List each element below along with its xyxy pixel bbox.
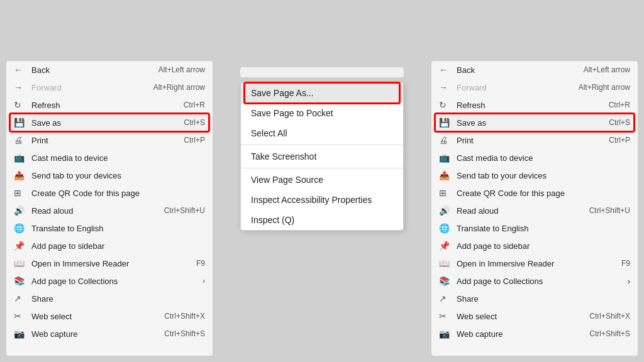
menu-icon: 📖	[439, 258, 452, 268]
chrome-menu-item[interactable]: ←BackAlt+Left arrow	[6, 61, 213, 79]
menu-shortcut: Ctrl+Shift+S	[589, 329, 630, 338]
menu-icon: 📺	[14, 153, 26, 163]
menu-label: Create QR Code for this page	[31, 189, 205, 198]
menu-label: Web select	[31, 312, 152, 321]
firefox-menu-item[interactable]: Take Screenshot	[241, 146, 403, 167]
edge-menu-item[interactable]: 📤Send tab to your devices	[431, 167, 638, 184]
menu-label: Send tab to your devices	[457, 171, 630, 180]
chrome-menu-item[interactable]: 📤Send tab to your devices	[6, 167, 213, 184]
chrome-menu-item[interactable]: 📷Web captureCtrl+Shift+S	[6, 325, 213, 343]
menu-icon: 🌐	[14, 223, 26, 233]
menu-label: Open in Immersive Reader	[457, 259, 609, 268]
edge-panel: ←BackAlt+Left arrow→ForwardAlt+Right arr…	[431, 61, 638, 356]
menu-label: Open in Immersive Reader	[31, 259, 184, 268]
firefox-menu-item[interactable]: Inspect (Q)	[241, 210, 403, 230]
edge-menu-item[interactable]: 📌Add page to sidebar	[431, 237, 638, 255]
firefox-menu-item[interactable]: View Page Source	[241, 170, 403, 190]
edge-menu-item[interactable]: 📺Cast media to device	[431, 149, 638, 167]
menu-label: Translate to English	[31, 224, 205, 233]
menu-icon: 📷	[14, 329, 26, 339]
edge-menu-item[interactable]: 📖Open in Immersive ReaderF9	[431, 255, 638, 272]
chrome-menu-item[interactable]: 📺Cast media to device	[6, 149, 213, 167]
menu-label: Forward	[457, 83, 566, 92]
menu-shortcut: Ctrl+R	[184, 101, 205, 109]
menu-icon: 🔊	[14, 206, 26, 216]
menu-icon: ⊞	[439, 188, 452, 198]
chrome-menu-item[interactable]: ⊞Create QR Code for this page	[6, 184, 213, 202]
menu-shortcut: Alt+Right arrow	[579, 83, 630, 92]
menu-icon: ↻	[14, 100, 26, 110]
edge-menu-item[interactable]: 💾Save asCtrl+S	[431, 114, 638, 131]
chrome-menu-item[interactable]: 📚Add page to Collections›	[6, 272, 213, 290]
menu-arrow-icon: ›	[628, 277, 630, 286]
menu-shortcut: Alt+Right arrow	[153, 83, 205, 92]
menu-icon: →	[14, 82, 26, 92]
chrome-menu-item[interactable]: 📖Open in Immersive ReaderF9	[6, 255, 213, 272]
menu-icon: 📖	[14, 258, 26, 268]
firefox-menu-item[interactable]: Save Page to Pocket	[241, 103, 403, 123]
menu-label: Forward	[31, 83, 141, 92]
menu-icon: ✂	[14, 311, 26, 321]
edge-menu-item[interactable]: 🖨PrintCtrl+P	[431, 131, 638, 149]
menu-label: Share	[31, 294, 205, 304]
menu-label: Web capture	[457, 329, 577, 339]
menu-icon: 📚	[14, 276, 26, 286]
firefox-panel: Save Page As...Save Page to PocketSelect…	[219, 61, 425, 356]
menu-label: Print	[31, 136, 171, 145]
chrome-menu-item[interactable]: 🖨PrintCtrl+P	[6, 131, 213, 149]
menu-label: Share	[457, 294, 630, 304]
chrome-menu-item[interactable]: 🔊Read aloudCtrl+Shift+U	[6, 202, 213, 219]
edge-menu-item[interactable]: 📷Web captureCtrl+Shift+S	[431, 325, 638, 343]
firefox-menu-item[interactable]: Inspect Accessibility Properties	[241, 190, 403, 210]
firefox-context-menu: Save Page As...Save Page to PocketSelect…	[240, 82, 404, 231]
menu-shortcut: Alt+Left arrow	[584, 65, 630, 74]
menu-label: Web capture	[31, 329, 152, 339]
header-row	[0, 0, 644, 61]
menu-shortcut: Ctrl+Shift+U	[164, 206, 205, 215]
menu-shortcut: Ctrl+Shift+S	[164, 329, 205, 338]
firefox-menu-item[interactable]: Select All	[241, 123, 403, 143]
menu-icon: 📚	[439, 276, 452, 286]
menu-label: Back	[31, 65, 146, 75]
edge-menu-item[interactable]: ↻RefreshCtrl+R	[431, 96, 638, 114]
edge-menu-item[interactable]: ⊞Create QR Code for this page	[431, 184, 638, 202]
edge-menu-item[interactable]: 🌐Translate to English	[431, 219, 638, 237]
menu-icon: ←	[14, 65, 26, 75]
chrome-menu-item[interactable]: 📌Add page to sidebar	[6, 237, 213, 255]
menu-icon: 📤	[14, 170, 26, 180]
edge-menu-item[interactable]: ↗Share	[431, 290, 638, 307]
firefox-menu-item[interactable]: Save Page As...	[241, 83, 403, 103]
menu-icon: 📌	[439, 241, 452, 251]
chrome-menu-item[interactable]: →ForwardAlt+Right arrow	[6, 79, 213, 96]
firefox-menu-divider	[241, 168, 403, 168]
chrome-menu-item[interactable]: 🌐Translate to English	[6, 219, 213, 237]
menu-icon: 🖨	[14, 135, 26, 145]
firefox-menu-divider	[241, 145, 403, 145]
menu-label: Back	[457, 65, 571, 75]
edge-menu-item[interactable]: →ForwardAlt+Right arrow	[431, 79, 638, 96]
menu-shortcut: Ctrl+R	[609, 101, 630, 109]
menu-icon: ↗	[14, 293, 26, 304]
menu-shortcut: Alt+Left arrow	[158, 65, 205, 74]
menu-shortcut: F9	[196, 259, 205, 268]
menu-label: Print	[457, 136, 596, 145]
edge-menu-item[interactable]: ←BackAlt+Left arrow	[431, 61, 638, 79]
edge-menu-item[interactable]: 📚Add page to Collections›	[431, 272, 638, 290]
menu-shortcut: Ctrl+Shift+X	[164, 312, 205, 321]
menu-icon: ↻	[439, 100, 452, 110]
edge-menu-item[interactable]: ✂Web selectCtrl+Shift+X	[431, 307, 638, 325]
menu-label: Read aloud	[31, 206, 152, 216]
menu-icon: 📤	[439, 170, 452, 180]
edge-menu-item[interactable]: 🔊Read aloudCtrl+Shift+U	[431, 202, 638, 219]
menu-arrow-icon: ›	[203, 277, 205, 285]
menu-icon: ✂	[439, 311, 452, 321]
menu-label: Save as	[31, 118, 171, 128]
chrome-menu-item[interactable]: ↻RefreshCtrl+R	[6, 96, 213, 114]
menu-icon: 🖨	[439, 135, 452, 145]
chrome-menu-item[interactable]: 💾Save asCtrl+S	[6, 114, 213, 131]
chrome-menu-item[interactable]: ✂Web selectCtrl+Shift+X	[6, 307, 213, 325]
menu-label: Add page to Collections	[457, 277, 628, 286]
chrome-menu-item[interactable]: ↗Share	[6, 290, 213, 307]
menu-icon: ⊞	[14, 188, 26, 198]
menu-label: Add page to sidebar	[31, 241, 205, 251]
